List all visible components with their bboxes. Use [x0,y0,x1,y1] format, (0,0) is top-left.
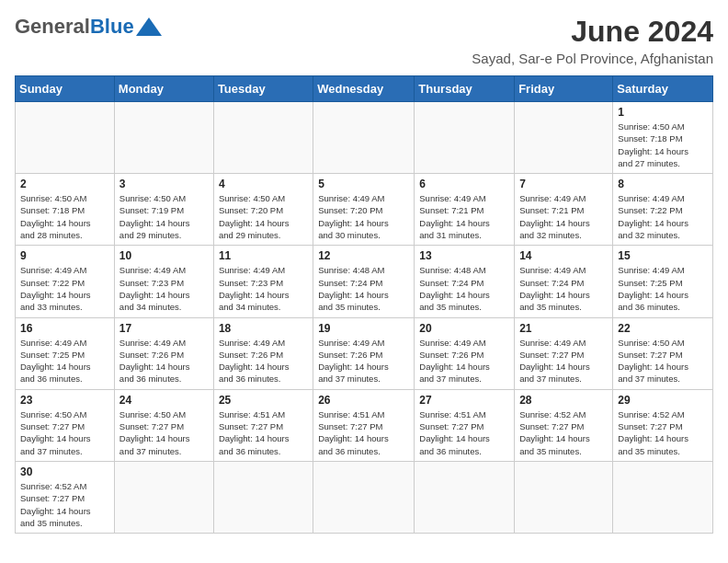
calendar-cell [114,461,213,533]
calendar-cell [213,102,313,174]
day-number: 14 [519,249,608,262]
day-info: Sunrise: 4:51 AM Sunset: 7:27 PM Dayligh… [219,408,308,457]
day-number: 8 [618,178,708,190]
svg-marker-0 [136,17,162,36]
calendar-cell: 3Sunrise: 4:50 AM Sunset: 7:19 PM Daylig… [114,174,213,246]
calendar-week-row: 23Sunrise: 4:50 AM Sunset: 7:27 PM Dayli… [16,389,713,461]
day-info: Sunrise: 4:49 AM Sunset: 7:26 PM Dayligh… [219,337,308,385]
calendar-cell: 12Sunrise: 4:48 AM Sunset: 7:24 PM Dayli… [313,246,415,317]
day-number: 18 [219,322,308,335]
day-number: 29 [618,394,708,407]
day-number: 24 [119,394,209,407]
day-info: Sunrise: 4:49 AM Sunset: 7:21 PM Dayligh… [419,192,509,241]
day-number: 6 [419,178,509,190]
calendar-cell [613,461,713,533]
day-info: Sunrise: 4:49 AM Sunset: 7:26 PM Dayligh… [419,337,509,385]
calendar-cell [16,102,115,174]
day-number: 10 [119,249,209,262]
calendar-cell [415,461,515,533]
weekday-header-tuesday: Tuesday [213,76,313,102]
calendar-week-row: 9Sunrise: 4:49 AM Sunset: 7:22 PM Daylig… [16,246,713,317]
day-info: Sunrise: 4:49 AM Sunset: 7:25 PM Dayligh… [618,264,708,313]
calendar-cell [114,102,213,174]
calendar-cell: 15Sunrise: 4:49 AM Sunset: 7:25 PM Dayli… [613,246,713,317]
day-number: 12 [318,249,409,262]
day-number: 9 [20,249,109,262]
day-number: 25 [219,394,308,407]
day-info: Sunrise: 4:52 AM Sunset: 7:27 PM Dayligh… [519,408,608,457]
day-info: Sunrise: 4:51 AM Sunset: 7:27 PM Dayligh… [419,408,509,457]
calendar-cell: 16Sunrise: 4:49 AM Sunset: 7:25 PM Dayli… [16,317,115,389]
calendar-cell: 27Sunrise: 4:51 AM Sunset: 7:27 PM Dayli… [415,389,515,461]
day-info: Sunrise: 4:50 AM Sunset: 7:19 PM Dayligh… [119,192,209,241]
day-number: 4 [219,178,308,190]
day-info: Sunrise: 4:52 AM Sunset: 7:27 PM Dayligh… [618,408,708,457]
calendar-cell: 2Sunrise: 4:50 AM Sunset: 7:18 PM Daylig… [16,174,115,246]
calendar-cell: 17Sunrise: 4:49 AM Sunset: 7:26 PM Dayli… [114,317,213,389]
title-area: June 2024 Sayad, Sar-e Pol Province, Afg… [472,15,713,66]
calendar-week-row: 2Sunrise: 4:50 AM Sunset: 7:18 PM Daylig… [16,174,713,246]
calendar-cell: 5Sunrise: 4:49 AM Sunset: 7:20 PM Daylig… [313,174,415,246]
day-info: Sunrise: 4:49 AM Sunset: 7:21 PM Dayligh… [519,192,608,241]
calendar-cell: 18Sunrise: 4:49 AM Sunset: 7:26 PM Dayli… [213,317,313,389]
day-number: 17 [119,322,209,335]
day-number: 19 [318,322,409,335]
calendar-cell: 25Sunrise: 4:51 AM Sunset: 7:27 PM Dayli… [213,389,313,461]
day-info: Sunrise: 4:49 AM Sunset: 7:27 PM Dayligh… [519,337,608,385]
calendar-cell: 28Sunrise: 4:52 AM Sunset: 7:27 PM Dayli… [515,389,613,461]
calendar-cell: 8Sunrise: 4:49 AM Sunset: 7:22 PM Daylig… [613,174,713,246]
day-info: Sunrise: 4:49 AM Sunset: 7:22 PM Dayligh… [618,192,708,241]
day-number: 13 [419,249,509,262]
day-number: 16 [20,322,109,335]
day-number: 20 [419,322,509,335]
calendar-cell: 30Sunrise: 4:52 AM Sunset: 7:27 PM Dayli… [16,461,115,533]
day-info: Sunrise: 4:49 AM Sunset: 7:22 PM Dayligh… [20,264,109,313]
day-number: 1 [618,106,708,119]
calendar-cell: 19Sunrise: 4:49 AM Sunset: 7:26 PM Dayli… [313,317,415,389]
calendar-cell [313,102,415,174]
weekday-header-friday: Friday [515,76,613,102]
month-title: June 2024 [472,15,713,49]
logo-blue-text: Blue [90,15,134,39]
day-number: 28 [519,394,608,407]
day-info: Sunrise: 4:50 AM Sunset: 7:27 PM Dayligh… [20,408,109,457]
day-info: Sunrise: 4:49 AM Sunset: 7:26 PM Dayligh… [318,337,409,385]
day-number: 23 [20,394,109,407]
calendar-week-row: 16Sunrise: 4:49 AM Sunset: 7:25 PM Dayli… [16,317,713,389]
calendar-cell: 1Sunrise: 4:50 AM Sunset: 7:18 PM Daylig… [613,102,713,174]
calendar-cell [313,461,415,533]
calendar-week-row: 30Sunrise: 4:52 AM Sunset: 7:27 PM Dayli… [16,461,713,533]
calendar-week-row: 1Sunrise: 4:50 AM Sunset: 7:18 PM Daylig… [16,102,713,174]
day-info: Sunrise: 4:48 AM Sunset: 7:24 PM Dayligh… [318,264,409,313]
day-info: Sunrise: 4:50 AM Sunset: 7:18 PM Dayligh… [618,121,708,169]
calendar-cell [515,102,613,174]
day-number: 27 [419,394,509,407]
calendar-cell [515,461,613,533]
calendar-cell: 9Sunrise: 4:49 AM Sunset: 7:22 PM Daylig… [16,246,115,317]
calendar-cell: 10Sunrise: 4:49 AM Sunset: 7:23 PM Dayli… [114,246,213,317]
day-number: 2 [20,178,109,190]
day-number: 22 [618,322,708,335]
logo: General Blue [15,15,162,39]
calendar-cell: 6Sunrise: 4:49 AM Sunset: 7:21 PM Daylig… [415,174,515,246]
day-info: Sunrise: 4:49 AM Sunset: 7:26 PM Dayligh… [119,337,209,385]
calendar-cell: 22Sunrise: 4:50 AM Sunset: 7:27 PM Dayli… [613,317,713,389]
calendar-cell [213,461,313,533]
day-info: Sunrise: 4:52 AM Sunset: 7:27 PM Dayligh… [20,480,109,529]
calendar-cell: 21Sunrise: 4:49 AM Sunset: 7:27 PM Dayli… [515,317,613,389]
day-number: 7 [519,178,608,190]
location-title: Sayad, Sar-e Pol Province, Afghanistan [472,51,713,66]
day-info: Sunrise: 4:50 AM Sunset: 7:27 PM Dayligh… [618,337,708,385]
calendar-cell: 23Sunrise: 4:50 AM Sunset: 7:27 PM Dayli… [16,389,115,461]
calendar-cell: 4Sunrise: 4:50 AM Sunset: 7:20 PM Daylig… [213,174,313,246]
day-info: Sunrise: 4:50 AM Sunset: 7:27 PM Dayligh… [119,408,209,457]
day-info: Sunrise: 4:48 AM Sunset: 7:24 PM Dayligh… [419,264,509,313]
day-number: 21 [519,322,608,335]
calendar-cell [415,102,515,174]
logo-icon [136,17,162,36]
calendar-cell: 26Sunrise: 4:51 AM Sunset: 7:27 PM Dayli… [313,389,415,461]
day-number: 30 [20,465,109,478]
day-number: 11 [219,249,308,262]
calendar-table: SundayMondayTuesdayWednesdayThursdayFrid… [15,75,713,534]
day-info: Sunrise: 4:51 AM Sunset: 7:27 PM Dayligh… [318,408,409,457]
